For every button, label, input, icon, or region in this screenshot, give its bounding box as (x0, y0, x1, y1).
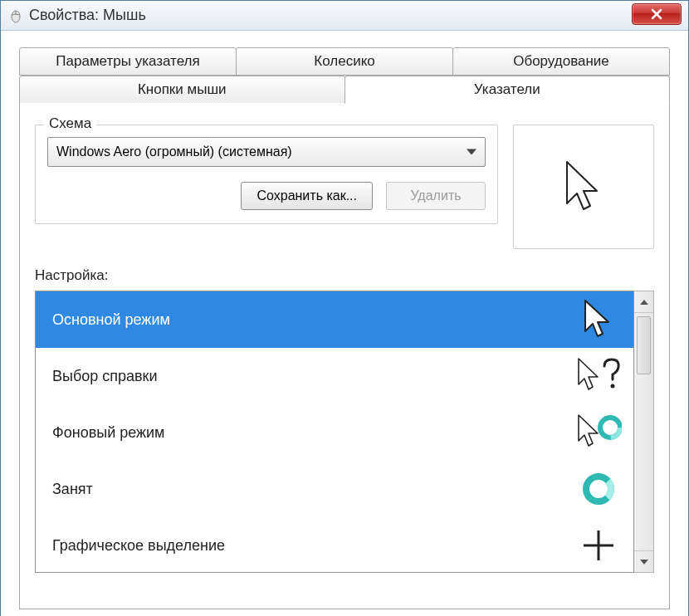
tab-row-upper: Параметры указателя Колесико Оборудовани… (19, 47, 670, 76)
cursor-preview-box (513, 125, 654, 249)
tab-pointers[interactable]: Указатели (344, 76, 671, 104)
list-item[interactable]: Фоновый режим (36, 404, 633, 461)
close-icon (651, 8, 662, 20)
delete-button: Удалить (386, 182, 486, 210)
scheme-selected-value: Windows Aero (огромный) (системная) (56, 144, 292, 159)
customize-label: Настройка: (35, 267, 654, 284)
arrow-cursor-icon (559, 158, 608, 216)
mouse-properties-window: Свойства: Мышь Параметры указателя Колес… (0, 0, 689, 616)
window-title: Свойства: Мышь (29, 7, 146, 24)
scroll-track[interactable] (634, 313, 653, 550)
list-item-label: Занят (52, 481, 93, 498)
triangle-down-icon (640, 560, 648, 565)
tab-buttons[interactable]: Кнопки мыши (19, 76, 345, 104)
arrow-busy-cursor-icon (575, 409, 622, 456)
busy-cursor-icon (575, 466, 622, 512)
close-button[interactable] (632, 3, 682, 25)
listbox-scrollbar[interactable] (634, 291, 654, 573)
scheme-legend: Схема (44, 115, 96, 132)
titlebar: Свойства: Мышь (1, 1, 688, 31)
list-item[interactable]: Выбор справки (36, 348, 633, 404)
save-as-button[interactable]: Сохранить как... (241, 182, 373, 210)
list-item[interactable]: Занят (36, 461, 633, 517)
chevron-down-icon (467, 149, 476, 155)
scroll-down-button[interactable] (634, 550, 653, 572)
list-item[interactable]: Основной режим (36, 291, 633, 348)
tab-pointer-options[interactable]: Параметры указателя (19, 47, 237, 76)
scroll-up-button[interactable] (634, 291, 653, 313)
tab-hardware[interactable]: Оборудование (452, 47, 670, 76)
list-item-label: Основной режим (52, 311, 170, 329)
scheme-and-preview-row: Схема Windows Aero (огромный) (системная… (35, 118, 654, 249)
mouse-icon (7, 7, 24, 24)
triangle-up-icon (640, 300, 648, 305)
tab-wheel[interactable]: Колесико (236, 47, 453, 76)
scheme-dropdown[interactable]: Windows Aero (огромный) (системная) (47, 137, 486, 167)
list-item[interactable]: Графическое выделение (36, 517, 633, 573)
scroll-thumb[interactable] (637, 316, 651, 374)
client-area: Параметры указателя Колесико Оборудовани… (1, 31, 688, 616)
scheme-fieldset: Схема Windows Aero (огромный) (системная… (35, 125, 498, 224)
cursor-listbox-wrap: Основной режим Выбор справки (35, 291, 654, 573)
tab-row-lower: Кнопки мыши Указатели (19, 76, 670, 104)
scheme-buttons: Сохранить как... Удалить (47, 182, 486, 210)
precision-cross-cursor-icon (575, 522, 622, 569)
svg-point-2 (611, 384, 615, 389)
list-item-label: Графическое выделение (52, 537, 225, 555)
tab-panel-pointers: Схема Windows Aero (огромный) (системная… (19, 103, 670, 609)
list-item-label: Фоновый режим (52, 424, 165, 442)
cursor-listbox[interactable]: Основной режим Выбор справки (35, 291, 634, 573)
svg-point-5 (586, 477, 611, 501)
arrow-cursor-icon (575, 296, 622, 343)
scheme-group: Схема Windows Aero (огромный) (системная… (35, 118, 498, 224)
tabs: Параметры указателя Колесико Оборудовани… (19, 47, 670, 609)
arrow-help-cursor-icon (575, 353, 622, 399)
list-item-label: Выбор справки (52, 368, 158, 385)
